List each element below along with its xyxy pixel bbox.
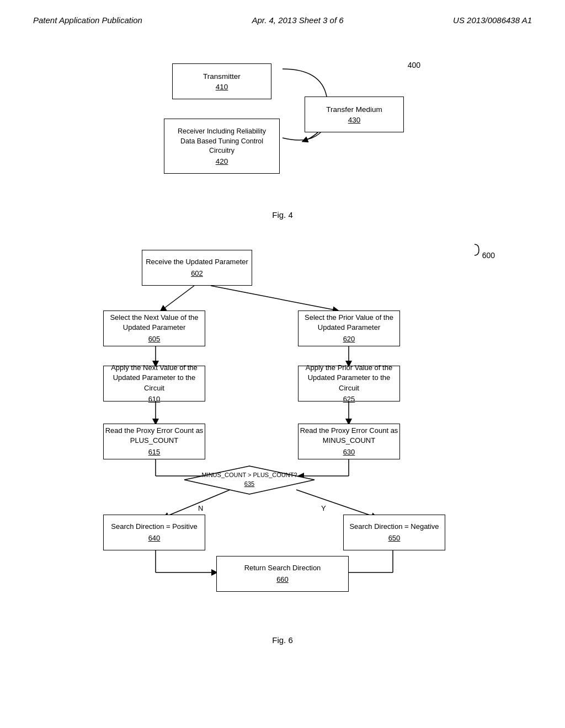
return-label: Return Search Direction	[244, 563, 321, 573]
apply-prior-box: Apply the Prior Value of the Updated Par…	[298, 366, 400, 402]
fig4-diagram: 400 Transmitter 410 Receiver Including	[33, 52, 532, 231]
fig4-caption: Fig. 4	[272, 210, 293, 220]
apply-next-label: Apply the Next Value of the Updated Para…	[104, 363, 205, 393]
select-next-num: 605	[148, 334, 161, 344]
receiver-box: Receiver Including Reliability Data Base…	[164, 119, 280, 174]
search-neg-box: Search Direction = Negative 650	[343, 515, 445, 550]
select-prior-num: 620	[343, 334, 355, 344]
select-prior-box: Select the Prior Value of the Updated Pa…	[298, 311, 400, 346]
transmitter-num: 410	[216, 83, 228, 91]
search-pos-label: Search Direction = Positive	[111, 522, 197, 532]
header-center: Apr. 4, 2013 Sheet 3 of 6	[252, 15, 343, 25]
read-minus-box: Read the Proxy Error Count as MINUS_COUN…	[298, 424, 400, 459]
search-pos-box: Search Direction = Positive 640	[103, 515, 205, 550]
receive-label: Receive the Updated Parameter	[146, 257, 248, 267]
return-num: 660	[276, 575, 289, 585]
fig6-caption: Fig. 6	[272, 635, 293, 645]
svg-line-0	[161, 286, 194, 311]
main-content: 400 Transmitter 410 Receiver Including	[0, 30, 565, 661]
read-plus-label: Read the Proxy Error Count as PLUS_COUNT	[105, 426, 204, 446]
svg-text:MINUS_COUNT > PLUS_COUNT?: MINUS_COUNT > PLUS_COUNT?	[201, 472, 297, 478]
svg-text:635: 635	[244, 480, 254, 487]
svg-text:Y: Y	[321, 504, 326, 512]
select-next-label: Select the Next Value of the Updated Par…	[110, 313, 198, 333]
receive-num: 602	[191, 269, 203, 279]
svg-text:N: N	[198, 504, 203, 512]
select-prior-label: Select the Prior Value of the Updated Pa…	[305, 313, 393, 333]
fig6-diagram: 600	[33, 236, 532, 656]
apply-next-box: Apply the Next Value of the Updated Para…	[103, 366, 205, 402]
read-minus-num: 630	[343, 447, 355, 457]
diamond-svg: MINUS_COUNT > PLUS_COUNT? 635	[183, 465, 316, 495]
return-box: Return Search Direction 660	[216, 556, 349, 592]
fig6-inner: 600	[67, 236, 498, 633]
receiver-num: 420	[216, 157, 228, 165]
diamond-container: MINUS_COUNT > PLUS_COUNT? 635	[183, 465, 316, 495]
transmitter-box: Transmitter 410	[172, 63, 271, 99]
fig4-ref-num: 400	[408, 61, 420, 69]
fig6-ref-num: 600	[458, 242, 495, 260]
read-plus-num: 615	[148, 447, 161, 457]
transfer-label: Transfer Medium	[326, 105, 382, 115]
apply-next-num: 610	[148, 394, 161, 404]
apply-prior-num: 625	[343, 394, 355, 404]
transmitter-label: Transmitter	[203, 72, 241, 82]
read-minus-label: Read the Proxy Error Count as MINUS_COUN…	[300, 426, 398, 446]
search-neg-label: Search Direction = Negative	[349, 522, 439, 532]
header-left: Patent Application Publication	[33, 15, 142, 25]
search-neg-num: 650	[388, 533, 401, 543]
transfer-num: 430	[348, 116, 361, 124]
read-plus-box: Read the Proxy Error Count as PLUS_COUNT…	[103, 424, 205, 459]
search-pos-num: 640	[148, 533, 161, 543]
select-next-box: Select the Next Value of the Updated Par…	[103, 311, 205, 346]
fig6-bracket-svg	[458, 242, 480, 258]
page-header: Patent Application Publication Apr. 4, 2…	[0, 0, 565, 30]
svg-line-1	[211, 286, 338, 311]
receiver-label: Receiver Including Reliability Data Base…	[178, 127, 266, 156]
receive-box: Receive the Updated Parameter 602	[142, 250, 252, 286]
fig4-inner: 400 Transmitter 410 Receiver Including	[145, 52, 420, 207]
transfer-box: Transfer Medium 430	[305, 97, 404, 132]
apply-prior-label: Apply the Prior Value of the Updated Par…	[299, 363, 399, 393]
header-right: US 2013/0086438 A1	[453, 15, 532, 25]
